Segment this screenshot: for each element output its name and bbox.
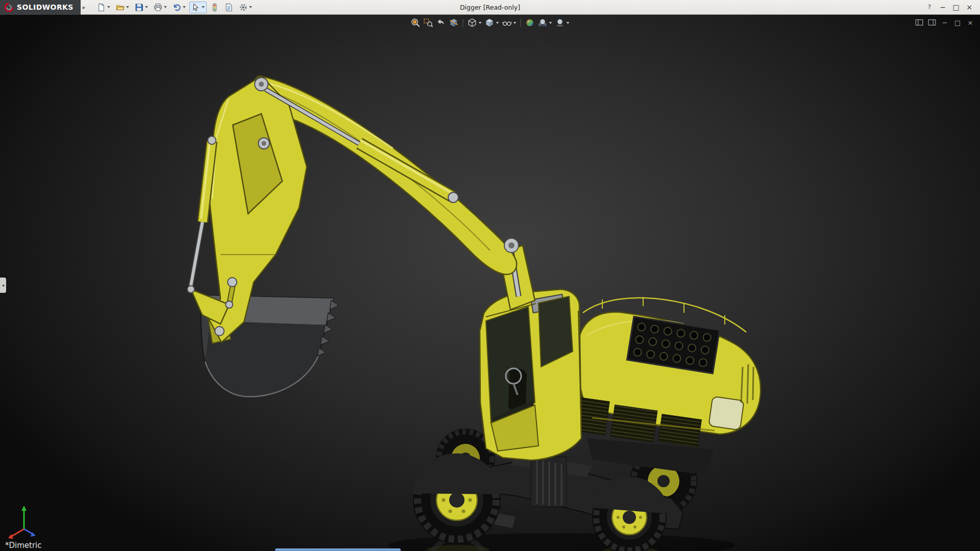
document-window-controls: − □ × — [914, 17, 975, 28]
engine-housing[interactable] — [562, 297, 761, 447]
graphics-viewport[interactable]: − □ × ◂ — [0, 15, 980, 551]
menu-expand-chevron-icon[interactable]: ▸ — [83, 4, 89, 11]
window-title: Digger [Read-only] — [460, 4, 520, 11]
display-style-button[interactable] — [484, 17, 500, 29]
view-settings-icon — [555, 18, 565, 28]
dropdown-arrow-icon[interactable] — [145, 6, 148, 8]
zoom-to-fit-button[interactable] — [410, 17, 422, 29]
undo-icon — [173, 3, 181, 12]
maximize-button[interactable]: □ — [949, 2, 963, 13]
document-close-button[interactable]: × — [965, 17, 975, 28]
dropdown-arrow-icon[interactable] — [249, 6, 252, 8]
open-button[interactable] — [114, 2, 131, 13]
edit-appearance-button[interactable] — [524, 17, 536, 29]
dropdown-arrow-icon[interactable] — [549, 22, 552, 24]
collapsed-panel-tab[interactable]: ◂ — [0, 278, 6, 293]
zoom-to-fit-icon — [411, 18, 421, 28]
view-orientation-button[interactable] — [467, 17, 483, 29]
excavator-model[interactable] — [187, 76, 761, 551]
help-button[interactable]: ? — [923, 2, 936, 13]
dassault-3ds-logo-icon — [5, 3, 13, 12]
heads-up-view-toolbar — [410, 17, 571, 29]
hide-show-items-button[interactable] — [501, 17, 518, 29]
apply-scene-button[interactable] — [537, 17, 553, 29]
cab[interactable] — [480, 289, 581, 460]
save-icon — [135, 3, 143, 12]
select-cursor-icon — [191, 3, 200, 12]
logo-text: SOLIDWORKS — [17, 3, 74, 11]
dropdown-arrow-icon[interactable] — [107, 6, 110, 8]
zoom-to-area-icon — [424, 18, 433, 28]
new-document-icon — [97, 3, 106, 12]
toggle-right-pane-button[interactable] — [927, 17, 937, 28]
print-icon — [154, 3, 162, 12]
view-settings-button[interactable] — [554, 17, 571, 29]
rebuild-button[interactable] — [208, 2, 221, 13]
quick-access-toolbar — [95, 2, 254, 13]
dropdown-arrow-icon[interactable] — [567, 22, 570, 24]
section-view-button[interactable] — [448, 17, 460, 29]
view-orientation-label: *Dimetric — [5, 541, 42, 550]
hide-show-glasses-icon — [502, 18, 512, 28]
select-button[interactable] — [189, 2, 207, 13]
close-button[interactable]: × — [963, 2, 976, 13]
dropdown-arrow-icon[interactable] — [164, 6, 167, 8]
document-restore-button[interactable]: □ — [952, 17, 963, 28]
save-button[interactable] — [133, 2, 150, 13]
toolbar-separator — [521, 19, 521, 27]
undo-button[interactable] — [170, 2, 188, 13]
dropdown-arrow-icon[interactable] — [496, 22, 499, 24]
options-button[interactable] — [237, 2, 254, 13]
open-folder-icon — [116, 3, 125, 12]
dropdown-arrow-icon[interactable] — [183, 6, 186, 8]
previous-view-button[interactable] — [435, 17, 447, 29]
solidworks-logo: SOLIDWORKS — [0, 0, 81, 15]
toolbar-separator — [463, 19, 463, 27]
rebuild-traffic-light-icon — [210, 3, 219, 12]
previous-view-icon — [436, 18, 446, 28]
right-pane-icon — [927, 18, 937, 27]
stick-cylinder[interactable] — [190, 141, 212, 288]
window-controls: ? − □ × — [923, 2, 980, 13]
display-style-icon — [485, 18, 495, 28]
dropdown-arrow-icon[interactable] — [479, 22, 482, 24]
left-pane-icon — [915, 18, 924, 27]
print-button[interactable] — [152, 2, 169, 13]
minimize-button[interactable]: − — [936, 2, 949, 13]
section-view-icon — [449, 18, 459, 28]
document-minimize-button[interactable]: − — [940, 17, 950, 28]
edit-appearance-ball-icon — [525, 18, 535, 28]
dropdown-arrow-icon[interactable] — [513, 22, 517, 24]
taskbar-peek[interactable] — [275, 548, 401, 551]
view-orientation-cube-icon — [468, 18, 477, 28]
rear-panel-window — [708, 396, 744, 430]
dropdown-arrow-icon[interactable] — [202, 6, 205, 8]
toggle-left-pane-button[interactable] — [914, 17, 924, 28]
apply-scene-icon — [538, 18, 548, 28]
zoom-to-area-button[interactable] — [423, 17, 434, 29]
model-canvas[interactable] — [0, 15, 980, 551]
options-gear-icon — [239, 3, 248, 12]
new-button[interactable] — [95, 2, 112, 13]
dropdown-arrow-icon[interactable] — [126, 6, 129, 8]
title-bar: SOLIDWORKS ▸ — [0, 0, 980, 15]
file-properties-button[interactable] — [223, 2, 235, 13]
orientation-triad — [8, 506, 36, 539]
file-properties-icon — [225, 3, 233, 12]
